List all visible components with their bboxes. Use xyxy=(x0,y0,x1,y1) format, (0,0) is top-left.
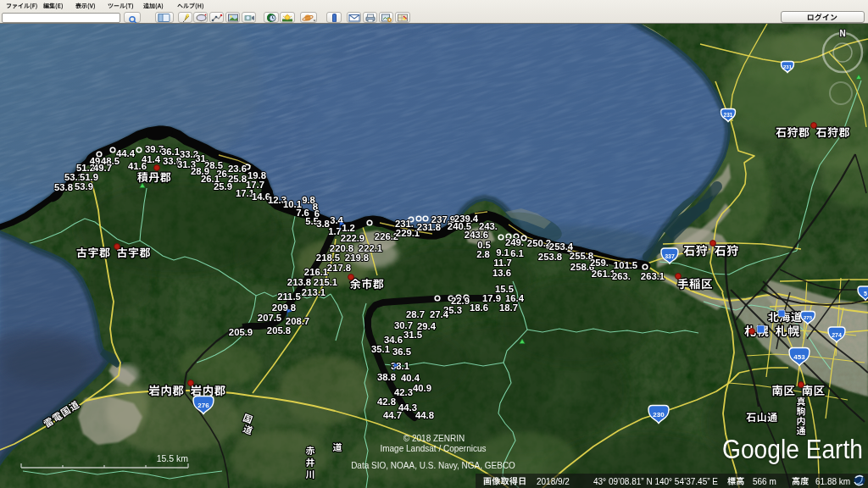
svg-text:27.4: 27.4 xyxy=(430,309,449,319)
svg-text:230: 230 xyxy=(653,411,665,419)
svg-text:40.4: 40.4 xyxy=(401,373,420,383)
svg-text:263.: 263. xyxy=(612,271,631,281)
svg-text:36.5: 36.5 xyxy=(392,347,411,357)
svg-text:13.6: 13.6 xyxy=(492,268,511,278)
svg-text:217.8: 217.8 xyxy=(327,263,351,273)
svg-text:274: 274 xyxy=(832,332,842,338)
svg-text:205.8: 205.8 xyxy=(267,325,291,336)
svg-text:276: 276 xyxy=(198,402,209,409)
svg-text:249.: 249. xyxy=(505,237,524,247)
svg-text:216.1: 216.1 xyxy=(304,267,328,277)
svg-text:N: N xyxy=(839,29,845,38)
svg-text:38.8: 38.8 xyxy=(377,372,396,382)
svg-text:231: 231 xyxy=(783,64,793,69)
svg-text:44.4: 44.4 xyxy=(116,148,136,158)
svg-text:9.1: 9.1 xyxy=(496,247,509,258)
svg-text:213.8: 213.8 xyxy=(287,277,311,287)
svg-text:43° 09’08.81” N 140° 54’37.45: 43° 09’08.81” N 140° 54’37.45” E xyxy=(593,477,718,486)
svg-text:337: 337 xyxy=(665,253,675,259)
svg-text:53.8: 53.8 xyxy=(54,182,73,192)
svg-text:53.9: 53.9 xyxy=(75,181,93,191)
svg-text:2018/9/2: 2018/9/2 xyxy=(537,477,570,486)
svg-text:35.1: 35.1 xyxy=(371,344,390,354)
svg-text:1.2: 1.2 xyxy=(342,223,355,233)
svg-text:18.6: 18.6 xyxy=(470,302,488,313)
svg-text:5: 5 xyxy=(864,291,867,297)
svg-text:23.6: 23.6 xyxy=(228,164,247,174)
svg-text:213.1: 213.1 xyxy=(302,287,326,297)
svg-text:31.5: 31.5 xyxy=(403,330,422,340)
svg-text:Image Landsat / Copernicus: Image Landsat / Copernicus xyxy=(380,444,486,453)
svg-text:253.8: 253.8 xyxy=(538,252,562,262)
svg-text:15.5 km: 15.5 km xyxy=(157,453,189,463)
svg-text:44.8: 44.8 xyxy=(415,410,434,420)
svg-text:41.6: 41.6 xyxy=(128,161,147,171)
svg-text:28.7: 28.7 xyxy=(406,309,425,319)
svg-text:1.7: 1.7 xyxy=(328,226,342,236)
svg-text:2.8: 2.8 xyxy=(476,249,490,259)
svg-text:25.9: 25.9 xyxy=(214,181,232,191)
svg-text:259.: 259. xyxy=(590,258,609,268)
svg-text:219.8: 219.8 xyxy=(345,252,369,263)
svg-text:207.5: 207.5 xyxy=(258,313,281,323)
svg-text:101.5: 101.5 xyxy=(614,260,637,270)
svg-text:231.: 231. xyxy=(395,219,414,229)
svg-text:222.9: 222.9 xyxy=(341,233,364,243)
svg-text:38.1: 38.1 xyxy=(391,361,409,371)
svg-text:566 m: 566 m xyxy=(753,477,776,486)
svg-text:231: 231 xyxy=(724,112,733,118)
svg-text:40.9: 40.9 xyxy=(413,383,431,393)
svg-text:205.9: 205.9 xyxy=(229,327,253,337)
svg-text:209.8: 209.8 xyxy=(272,302,296,313)
svg-text:215.1: 215.1 xyxy=(314,277,337,287)
svg-text:218.5: 218.5 xyxy=(316,252,340,263)
svg-text:Data SIO, NOAA, U.S. Navy, NGA: Data SIO, NOAA, U.S. Navy, NGA, GEBCO xyxy=(351,461,515,470)
svg-text:6.1: 6.1 xyxy=(510,248,524,258)
svg-text:© 2018 ZENRIN: © 2018 ZENRIN xyxy=(403,434,465,443)
svg-text:453: 453 xyxy=(793,353,805,361)
svg-text:18.7: 18.7 xyxy=(499,302,518,313)
svg-text:42.8: 42.8 xyxy=(377,396,396,407)
svg-text:44.7: 44.7 xyxy=(383,410,402,420)
svg-text:275: 275 xyxy=(804,315,813,320)
svg-text:42.3: 42.3 xyxy=(394,387,413,397)
svg-text:211.5: 211.5 xyxy=(277,291,301,302)
svg-text:61.88 km: 61.88 km xyxy=(815,477,850,486)
svg-text:Google Earth: Google Earth xyxy=(722,435,863,464)
svg-text:11.7: 11.7 xyxy=(493,258,511,268)
svg-text:250.2: 250.2 xyxy=(527,238,551,248)
svg-text:263.1: 263.1 xyxy=(641,271,665,281)
svg-text:243.6: 243.6 xyxy=(465,230,488,240)
